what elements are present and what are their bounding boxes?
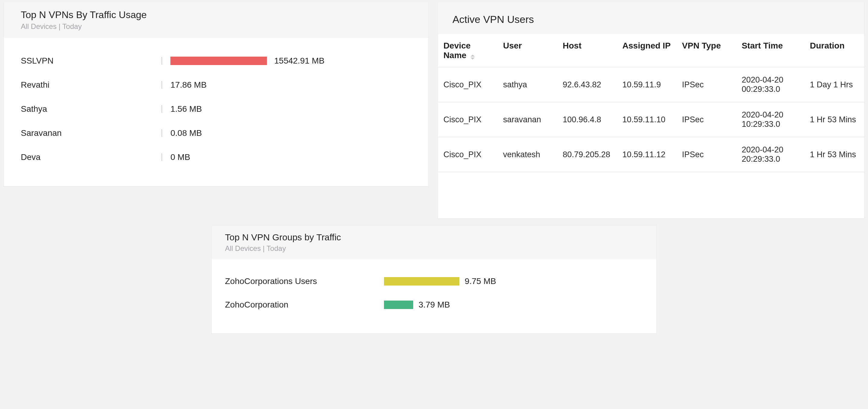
cell-vpn-type: IPSec xyxy=(677,137,736,172)
column-header-user[interactable]: User xyxy=(498,34,557,67)
cell-duration: 1 Hr 53 Mins xyxy=(804,137,864,172)
panel-subtitle: All Devices | Today xyxy=(21,22,411,31)
bar-value-label: 0.08 MB xyxy=(170,128,202,138)
cell-user: sathya xyxy=(498,67,557,102)
cell-duration: 1 Hr 53 Mins xyxy=(804,102,864,137)
active-vpn-users-panel: Active VPN Users Device Name User Host A… xyxy=(438,2,864,219)
column-header-device-name[interactable]: Device Name xyxy=(438,34,498,67)
column-header-duration[interactable]: Duration xyxy=(804,34,864,67)
bar-fill xyxy=(170,57,267,65)
top-vpn-groups-panel: Top N VPN Groups by Traffic All Devices … xyxy=(211,225,657,334)
bar-value-label: 17.86 MB xyxy=(170,80,207,90)
cell-device: Cisco_PIX xyxy=(438,137,498,172)
bar-row: SSLVPN15542.91 MB xyxy=(21,49,411,73)
bar-value-label: 3.79 MB xyxy=(418,300,450,310)
bar-value-label: 0 MB xyxy=(170,152,190,162)
cell-host: 80.79.205.28 xyxy=(557,137,617,172)
cell-assigned-ip: 10.59.11.9 xyxy=(617,67,677,102)
header-label: Host xyxy=(563,41,582,50)
bar-label: Revathi xyxy=(21,80,161,90)
column-header-host[interactable]: Host xyxy=(557,34,617,67)
cell-start-time: 2020-04-20 20:29:33.0 xyxy=(736,137,804,172)
cell-user: venkatesh xyxy=(498,137,557,172)
cell-user: saravanan xyxy=(498,102,557,137)
bar-value-area: 1.56 MB xyxy=(170,104,411,114)
header-label: User xyxy=(503,41,522,50)
bar-row: ZohoCorporations Users9.75 MB xyxy=(225,270,643,293)
header-label: VPN Type xyxy=(682,41,721,50)
bar-row: Sathya1.56 MB xyxy=(21,97,411,121)
panel-body: ZohoCorporations Users9.75 MBZohoCorpora… xyxy=(212,259,656,333)
panel-title: Top N VPN Groups by Traffic xyxy=(225,232,643,242)
cell-duration: 1 Day 1 Hrs xyxy=(804,67,864,102)
cell-start-time: 2020-04-20 10:29:33.0 xyxy=(736,102,804,137)
header-label: Start Time xyxy=(742,41,783,50)
panel-title: Top N VPNs By Traffic Usage xyxy=(21,9,411,21)
cell-device: Cisco_PIX xyxy=(438,67,498,102)
column-header-start-time[interactable]: Start Time xyxy=(736,34,804,67)
bar-value-area: 17.86 MB xyxy=(170,80,411,90)
cell-assigned-ip: 10.59.11.10 xyxy=(617,102,677,137)
bar-row: Saravanan0.08 MB xyxy=(21,121,411,145)
bar-value-area: 15542.91 MB xyxy=(170,56,411,66)
cell-start-time: 2020-04-20 00:29:33.0 xyxy=(736,67,804,102)
panel-body: SSLVPN15542.91 MBRevathi17.86 MBSathya1.… xyxy=(4,38,428,186)
groups-bar-chart: ZohoCorporations Users9.75 MBZohoCorpora… xyxy=(225,270,643,316)
bar-fill xyxy=(384,277,459,285)
bar-value-label: 1.56 MB xyxy=(170,104,202,114)
bar-value-area: 0 MB xyxy=(170,152,411,162)
cell-device: Cisco_PIX xyxy=(438,102,498,137)
bar-fill xyxy=(384,301,413,309)
panel-header: Top N VPNs By Traffic Usage All Devices … xyxy=(4,2,428,38)
bar-row: ZohoCorporation3.79 MB xyxy=(225,293,643,316)
table-row[interactable]: Cisco_PIXsaravanan100.96.4.810.59.11.10I… xyxy=(438,102,864,137)
bar-value-area: 0.08 MB xyxy=(170,128,411,138)
bar-label: Deva xyxy=(21,152,161,162)
cell-host: 92.6.43.82 xyxy=(557,67,617,102)
column-header-vpn-type[interactable]: VPN Type xyxy=(677,34,736,67)
bar-label: Saravanan xyxy=(21,128,161,138)
header-label: Duration xyxy=(810,41,844,50)
traffic-bar-chart: SSLVPN15542.91 MBRevathi17.86 MBSathya1.… xyxy=(21,49,411,169)
table-row[interactable]: Cisco_PIXsathya92.6.43.8210.59.11.9IPSec… xyxy=(438,67,864,102)
bar-label: ZohoCorporation xyxy=(225,300,384,310)
bar-value-area: 9.75 MB xyxy=(384,276,643,286)
axis-tick xyxy=(161,57,162,65)
bar-row: Deva0 MB xyxy=(21,145,411,169)
panel-subtitle: All Devices | Today xyxy=(225,244,643,253)
top-vpns-traffic-panel: Top N VPNs By Traffic Usage All Devices … xyxy=(4,2,429,186)
bar-value-label: 15542.91 MB xyxy=(274,56,324,66)
header-label: Device Name xyxy=(443,41,470,60)
bar-value-label: 9.75 MB xyxy=(465,276,496,286)
axis-tick xyxy=(161,81,162,89)
cell-host: 100.96.4.8 xyxy=(557,102,617,137)
header-label: Assigned IP xyxy=(622,41,671,50)
active-users-table: Device Name User Host Assigned IP VPN Ty… xyxy=(438,34,864,172)
cell-vpn-type: IPSec xyxy=(677,102,736,137)
table-header-row: Device Name User Host Assigned IP VPN Ty… xyxy=(438,34,864,67)
table-row[interactable]: Cisco_PIXvenkatesh80.79.205.2810.59.11.1… xyxy=(438,137,864,172)
panel-title: Active VPN Users xyxy=(438,2,864,34)
axis-tick xyxy=(161,105,162,113)
axis-tick xyxy=(161,153,162,161)
panel-header: Top N VPN Groups by Traffic All Devices … xyxy=(212,226,656,259)
bar-value-area: 3.79 MB xyxy=(384,300,643,310)
bar-label: ZohoCorporations Users xyxy=(225,276,384,286)
column-header-assigned-ip[interactable]: Assigned IP xyxy=(617,34,677,67)
cell-assigned-ip: 10.59.11.12 xyxy=(617,137,677,172)
bar-label: SSLVPN xyxy=(21,56,161,66)
axis-tick xyxy=(161,129,162,137)
bar-label: Sathya xyxy=(21,104,161,114)
bar-row: Revathi17.86 MB xyxy=(21,73,411,97)
cell-vpn-type: IPSec xyxy=(677,67,736,102)
